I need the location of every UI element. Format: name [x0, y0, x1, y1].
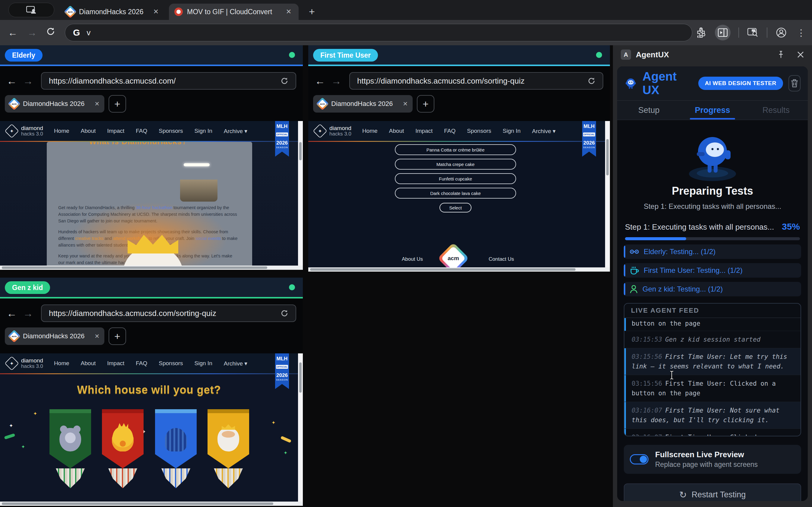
- mini-horizontal-scrollbar[interactable]: [308, 267, 610, 272]
- banner-tassels: [214, 468, 243, 488]
- mini-forward-button[interactable]: →: [331, 75, 341, 87]
- persona-header: First Time User: [308, 45, 610, 65]
- nav-home[interactable]: Home: [362, 128, 378, 134]
- mini-reload-icon[interactable]: [280, 77, 288, 85]
- nav-sponsors[interactable]: Sponsors: [159, 360, 183, 367]
- forward-button[interactable]: →: [26, 26, 38, 39]
- mini-horizontal-scrollbar[interactable]: [0, 266, 303, 270]
- profile-button[interactable]: [775, 26, 787, 39]
- mini-tab[interactable]: acm DiamondHacks 2026 ✕: [5, 95, 104, 113]
- nav-about[interactable]: About: [389, 128, 404, 134]
- quiz-option[interactable]: Dark chocolate lava cake: [395, 188, 516, 199]
- house-banner-gold[interactable]: [207, 409, 249, 468]
- persona-header: Elderly: [0, 45, 303, 65]
- persona-status-label: First Time User: Testing... (1/2): [644, 266, 743, 275]
- mini-address-bar[interactable]: https://diamondhacks.acmucsd.com/: [41, 72, 296, 90]
- persona-status-label: Gen z kid: Testing... (1/2): [642, 285, 723, 293]
- mini-tab-close-icon[interactable]: ✕: [403, 100, 408, 107]
- nav-signin[interactable]: Sign In: [195, 128, 212, 134]
- feed-list[interactable]: button on the page 03:15:53Gen z kid ses…: [624, 318, 801, 436]
- mini-address-bar[interactable]: https://diamondhacks.acmucsd.com/sorting…: [41, 304, 296, 322]
- nav-home[interactable]: Home: [54, 360, 69, 367]
- browser-window: acm DiamondHacks 2026 ✕ MOV to GIF | Clo…: [0, 0, 812, 507]
- mini-horizontal-scrollbar[interactable]: [0, 502, 303, 506]
- tab-cloudconvert[interactable]: MOV to GIF | CloudConvert ✕: [169, 4, 299, 20]
- nav-impact[interactable]: Impact: [415, 128, 433, 134]
- mini-vertical-scrollbar[interactable]: [298, 353, 303, 502]
- mini-tab[interactable]: acm DiamondHacks 2026 ✕: [5, 327, 104, 345]
- caret-down-icon: ▾: [244, 360, 247, 367]
- delete-button[interactable]: [789, 75, 801, 92]
- mini-back-button[interactable]: ←: [7, 307, 17, 319]
- new-tab-button[interactable]: +: [305, 5, 318, 18]
- quiz-option[interactable]: Funfetti cupcake: [395, 173, 516, 184]
- mini-vertical-scrollbar[interactable]: [605, 121, 610, 267]
- status-title: Preparing Tests: [617, 185, 808, 198]
- quiz-option[interactable]: Matcha crepe cake: [395, 159, 516, 170]
- tab-progress[interactable]: Progress: [681, 101, 744, 119]
- nav-archive[interactable]: Archive ▾: [224, 128, 247, 134]
- tab-search-button[interactable]: [8, 3, 54, 17]
- side-panel-button[interactable]: [715, 25, 731, 41]
- footer-contact-link[interactable]: Contact Us: [489, 256, 514, 262]
- nav-impact[interactable]: Impact: [107, 360, 124, 367]
- nav-about[interactable]: About: [81, 128, 96, 134]
- quiz-option[interactable]: Panna Cotta or crème brûlée: [395, 144, 516, 155]
- quiz-select-button[interactable]: Select: [439, 203, 472, 213]
- mini-tab-close-icon[interactable]: ✕: [95, 100, 100, 107]
- house-banner-red[interactable]: [102, 409, 143, 468]
- persona-status-elderly[interactable]: Elderly: Testing... (1/2): [624, 244, 801, 259]
- pin-icon[interactable]: [777, 51, 785, 59]
- house-banner-blue[interactable]: [155, 409, 197, 468]
- nav-sponsors[interactable]: Sponsors: [467, 128, 491, 134]
- mini-new-tab-button[interactable]: +: [417, 95, 434, 113]
- footer-about-link[interactable]: About Us: [402, 256, 423, 262]
- nav-signin[interactable]: Sign In: [503, 128, 521, 134]
- mini-back-button[interactable]: ←: [7, 75, 17, 87]
- mini-reload-icon[interactable]: [280, 309, 288, 317]
- close-icon[interactable]: [797, 51, 804, 58]
- tab-diamondhacks[interactable]: acm DiamondHacks 2026 ✕: [60, 4, 166, 20]
- persona-status-first-time-user[interactable]: First Time User: Testing... (1/2): [624, 263, 801, 278]
- persona-status-genz-kid[interactable]: Gen z kid: Testing... (1/2): [624, 282, 801, 296]
- nav-home[interactable]: Home: [54, 128, 69, 134]
- diamondhacks-logo-icon[interactable]: [313, 124, 327, 138]
- restart-testing-button[interactable]: ↻ Restart Testing: [624, 484, 801, 501]
- mini-new-tab-button[interactable]: +: [109, 327, 126, 345]
- feed-item: 03:15:56First Time User: Let me try this…: [624, 348, 801, 375]
- mini-reload-icon[interactable]: [587, 77, 596, 85]
- nav-archive[interactable]: Archive ▾: [532, 128, 556, 134]
- reload-button[interactable]: [45, 26, 57, 39]
- mini-forward-button[interactable]: →: [23, 75, 33, 87]
- tab-setup[interactable]: Setup: [617, 101, 681, 119]
- mini-tab-close-icon[interactable]: ✕: [95, 333, 100, 340]
- mlh-badge: MLH OFFICIAL 2026 SEASON: [275, 353, 289, 389]
- back-button[interactable]: ←: [7, 26, 19, 39]
- nav-impact[interactable]: Impact: [107, 128, 124, 134]
- mini-vertical-scrollbar[interactable]: [298, 121, 303, 266]
- tab-close-icon[interactable]: ✕: [284, 7, 293, 16]
- menu-button[interactable]: ⋮: [795, 26, 807, 39]
- tab-results[interactable]: Results: [744, 101, 808, 119]
- diamondhacks-logo-icon[interactable]: [5, 356, 19, 371]
- nav-signin[interactable]: Sign In: [195, 360, 212, 367]
- nav-sponsors[interactable]: Sponsors: [159, 128, 183, 134]
- nav-faq[interactable]: FAQ: [444, 128, 455, 134]
- nav-about[interactable]: About: [81, 360, 96, 367]
- mini-new-tab-button[interactable]: +: [109, 95, 126, 113]
- nav-faq[interactable]: FAQ: [136, 128, 147, 134]
- diamondhacks-logo-icon[interactable]: [5, 124, 19, 138]
- page-search-button[interactable]: [747, 26, 759, 39]
- nav-faq[interactable]: FAQ: [136, 360, 147, 367]
- mini-tab[interactable]: acm DiamondHacks 2026 ✕: [313, 95, 413, 113]
- house-banner-green[interactable]: [50, 409, 91, 468]
- mini-forward-button[interactable]: →: [23, 307, 33, 319]
- persona-tile-first-time-user: First Time User ← → https://diamondhacks…: [308, 45, 610, 272]
- mini-back-button[interactable]: ←: [315, 75, 325, 87]
- mini-address-bar[interactable]: https://diamondhacks.acmucsd.com/sorting…: [349, 72, 603, 90]
- extensions-button[interactable]: [695, 26, 707, 39]
- nav-archive[interactable]: Archive ▾: [224, 360, 247, 367]
- fullscreen-preview-toggle[interactable]: [630, 454, 648, 464]
- address-bar[interactable]: G v: [65, 24, 692, 41]
- tab-close-icon[interactable]: ✕: [151, 7, 161, 16]
